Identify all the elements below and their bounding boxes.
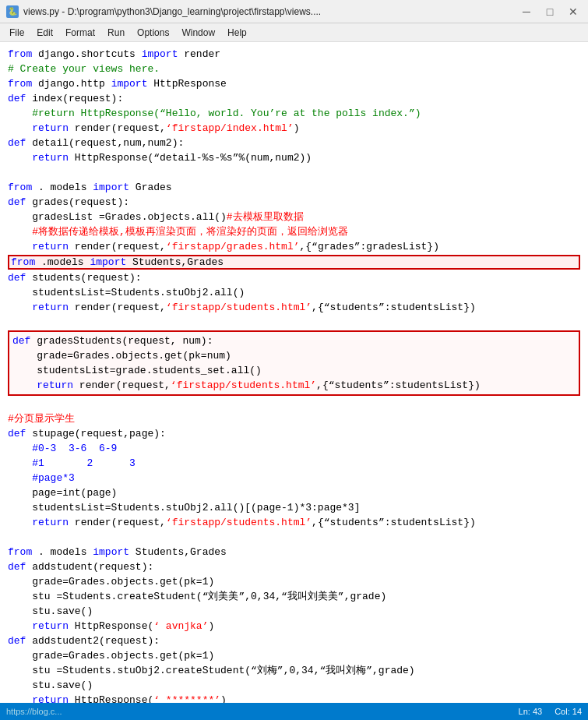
close-button[interactable]: ✕: [565, 3, 582, 20]
code-line-12: gradesList =Grades.objects.all()#去模板里取数据: [8, 210, 580, 224]
app-icon: 🐍: [6, 5, 19, 18]
code-line-21: grade=Grades.objects.get(pk=num): [12, 348, 576, 363]
code-line-17: studentsList=Students.stuObj2.all(): [8, 285, 580, 300]
menu-item-edit[interactable]: Edit: [30, 26, 59, 40]
code-line-20: def gradesStudents(request, num):: [12, 334, 576, 348]
code-line-blank1: [8, 165, 580, 180]
status-right: Ln: 43 Col: 14: [519, 707, 582, 716]
code-line-31: studentsList=Students.stuObj2.all()[(pag…: [8, 500, 580, 515]
code-line-34: from . models import Students,Grades: [8, 545, 580, 559]
menu-item-run[interactable]: Run: [101, 26, 131, 40]
code-line-36: grade=Grades.objects.get(pk=1): [8, 574, 580, 589]
code-line-30: page=int(page): [8, 485, 580, 500]
code-line-44: return HttpResponse(‘ ********’): [8, 693, 580, 703]
code-line-38: stu.save(): [8, 604, 580, 619]
code-line-blank4: [8, 530, 580, 545]
code-line-8: return HttpResponse(“detail-%s-%s”%(num,…: [8, 150, 580, 165]
code-line-10: from . models import Grades: [8, 180, 580, 195]
title-bar: 🐍 views.py - D:\program\python3\Django_l…: [0, 0, 588, 23]
code-line-27: #0-3 3-6 6-9: [8, 441, 580, 456]
code-line-15-highlight: from .models import Students,Grades: [8, 255, 580, 270]
code-line-40: def addstudent2(request):: [8, 634, 580, 648]
maximize-button[interactable]: □: [541, 3, 558, 20]
code-line-18: return render(request,‘firstapp/students…: [8, 300, 580, 315]
menu-item-window[interactable]: Window: [175, 26, 221, 40]
status-left: https://blog.c...: [6, 707, 62, 716]
code-line-blank3: [8, 397, 580, 411]
code-line-26: def stupage(request,page):: [8, 426, 580, 441]
highlight-block: def gradesStudents(request, num): grade=…: [8, 330, 580, 396]
code-line-41: grade=Grades.objects.get(pk=1): [8, 648, 580, 663]
status-bar: https://blog.c... Ln: 43 Col: 14: [0, 703, 588, 720]
code-line-42: stu =Students.stuObj2.createStudent(“刘梅”…: [8, 663, 580, 678]
code-line-22: studentsList=grade.students_set.all(): [12, 363, 576, 378]
code-line-25: #分页显示学生: [8, 411, 580, 426]
menu-item-file[interactable]: File: [3, 26, 30, 40]
code-line-4: def index(request):: [8, 91, 580, 106]
code-line-37: stu =Students.createStudent(“刘美美”,0,34,“…: [8, 589, 580, 604]
code-line-13: #将数据传递给模板,模板再渲染页面，将渲染好的页面，返回给浏览器: [8, 224, 580, 239]
code-line-5: #return HttpResponse(“Hello, world. You’…: [8, 106, 580, 121]
code-line-35: def addstudent(request):: [8, 559, 580, 574]
code-line-1: from django.shortcuts import render: [8, 47, 580, 62]
code-line-39: return HttpResponse(‘ avnjka’): [8, 619, 580, 634]
code-line-32: return render(request,‘firstapp/students…: [8, 515, 580, 530]
code-line-16: def students(request):: [8, 270, 580, 285]
window-title: views.py - D:\program\python3\Django_lea…: [23, 6, 518, 17]
code-line-blank2: [8, 315, 580, 330]
window: 🐍 views.py - D:\program\python3\Django_l…: [0, 0, 588, 703]
code-line-7: def detail(request,num,num2):: [8, 136, 580, 150]
code-line-23: return render(request,‘firstapp/students…: [12, 378, 576, 393]
col-number: Col: 14: [555, 707, 582, 716]
code-line-6: return render(request,‘firstapp/index.ht…: [8, 121, 580, 136]
menu-bar: FileEditFormatRunOptionsWindowHelp: [0, 23, 588, 42]
code-content: from django.shortcuts import render # Cr…: [3, 45, 585, 703]
code-line-29: #page*3: [8, 471, 580, 485]
menu-item-options[interactable]: Options: [131, 26, 175, 40]
code-line-43: stu.save(): [8, 678, 580, 693]
window-controls: ─ □ ✕: [518, 3, 582, 20]
code-line-3: from django.http import HttpResponse: [8, 76, 580, 91]
code-line-11: def grades(request):: [8, 195, 580, 210]
menu-item-help[interactable]: Help: [221, 26, 253, 40]
code-line-2: # Create your views here.: [8, 62, 580, 76]
code-line-14: return render(request,‘firstapp/grades.h…: [8, 239, 580, 254]
code-line-28: #1 2 3: [8, 456, 580, 471]
menu-item-format[interactable]: Format: [59, 26, 101, 40]
code-editor[interactable]: from django.shortcuts import render # Cr…: [0, 42, 588, 703]
line-number: Ln: 43: [519, 707, 543, 716]
minimize-button[interactable]: ─: [518, 3, 535, 20]
